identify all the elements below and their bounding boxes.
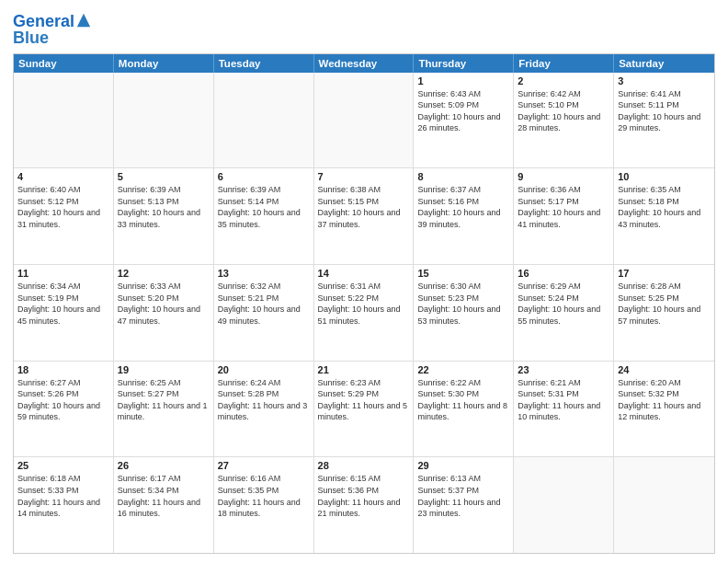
calendar-cell-3-5: 15Sunrise: 6:30 AM Sunset: 5:23 PM Dayli… xyxy=(414,265,514,361)
day-number: 3 xyxy=(618,75,711,86)
calendar-cell-1-6: 2Sunrise: 6:42 AM Sunset: 5:10 PM Daylig… xyxy=(514,73,614,168)
calendar-cell-4-7: 24Sunrise: 6:20 AM Sunset: 5:32 PM Dayli… xyxy=(614,362,714,457)
calendar-cell-2-3: 6Sunrise: 6:39 AM Sunset: 5:14 PM Daylig… xyxy=(214,168,314,264)
cell-info: Sunrise: 6:17 AM Sunset: 5:34 PM Dayligh… xyxy=(118,473,210,519)
day-number: 13 xyxy=(218,268,310,279)
day-number: 9 xyxy=(518,171,609,182)
day-number: 4 xyxy=(17,171,109,182)
cell-info: Sunrise: 6:32 AM Sunset: 5:21 PM Dayligh… xyxy=(218,281,310,327)
day-number: 29 xyxy=(417,460,509,471)
calendar-cell-5-2: 26Sunrise: 6:17 AM Sunset: 5:34 PM Dayli… xyxy=(114,457,214,553)
day-number: 22 xyxy=(417,364,509,375)
calendar-week-3: 11Sunrise: 6:34 AM Sunset: 5:19 PM Dayli… xyxy=(14,265,714,362)
calendar-header-wednesday: Wednesday xyxy=(314,54,415,73)
calendar-cell-5-7 xyxy=(614,457,714,553)
cell-info: Sunrise: 6:39 AM Sunset: 5:13 PM Dayligh… xyxy=(118,184,210,230)
cell-info: Sunrise: 6:29 AM Sunset: 5:24 PM Dayligh… xyxy=(518,281,609,327)
calendar-cell-4-2: 19Sunrise: 6:25 AM Sunset: 5:27 PM Dayli… xyxy=(114,362,214,457)
calendar-cell-3-6: 16Sunrise: 6:29 AM Sunset: 5:24 PM Dayli… xyxy=(514,265,614,361)
header: General Blue xyxy=(13,9,715,48)
day-number: 1 xyxy=(417,75,509,86)
day-number: 11 xyxy=(17,268,109,279)
cell-info: Sunrise: 6:21 AM Sunset: 5:31 PM Dayligh… xyxy=(518,377,609,423)
day-number: 5 xyxy=(118,171,210,182)
calendar-week-2: 4Sunrise: 6:40 AM Sunset: 5:12 PM Daylig… xyxy=(14,168,714,265)
calendar-cell-3-7: 17Sunrise: 6:28 AM Sunset: 5:25 PM Dayli… xyxy=(614,265,714,361)
calendar-cell-4-6: 23Sunrise: 6:21 AM Sunset: 5:31 PM Dayli… xyxy=(514,362,614,457)
logo: General Blue xyxy=(13,13,92,48)
calendar-cell-1-1 xyxy=(14,73,114,168)
calendar-cell-2-4: 7Sunrise: 6:38 AM Sunset: 5:15 PM Daylig… xyxy=(314,168,415,264)
calendar-cell-3-4: 14Sunrise: 6:31 AM Sunset: 5:22 PM Dayli… xyxy=(314,265,415,361)
day-number: 18 xyxy=(17,364,109,375)
calendar-cell-1-2 xyxy=(114,73,214,168)
cell-info: Sunrise: 6:24 AM Sunset: 5:28 PM Dayligh… xyxy=(218,377,310,423)
calendar-header-saturday: Saturday xyxy=(614,54,714,73)
calendar-cell-5-3: 27Sunrise: 6:16 AM Sunset: 5:35 PM Dayli… xyxy=(214,457,314,553)
cell-info: Sunrise: 6:42 AM Sunset: 5:10 PM Dayligh… xyxy=(518,88,609,134)
calendar-cell-2-1: 4Sunrise: 6:40 AM Sunset: 5:12 PM Daylig… xyxy=(14,168,114,264)
cell-info: Sunrise: 6:25 AM Sunset: 5:27 PM Dayligh… xyxy=(118,377,210,423)
calendar-body: 1Sunrise: 6:43 AM Sunset: 5:09 PM Daylig… xyxy=(14,73,714,553)
cell-info: Sunrise: 6:39 AM Sunset: 5:14 PM Dayligh… xyxy=(218,184,310,230)
calendar-cell-4-4: 21Sunrise: 6:23 AM Sunset: 5:29 PM Dayli… xyxy=(314,362,415,457)
cell-info: Sunrise: 6:34 AM Sunset: 5:19 PM Dayligh… xyxy=(17,281,109,327)
day-number: 26 xyxy=(118,460,210,471)
day-number: 23 xyxy=(518,364,609,375)
day-number: 14 xyxy=(318,268,410,279)
calendar: SundayMondayTuesdayWednesdayThursdayFrid… xyxy=(13,53,715,554)
page: General Blue SundayMondayTuesdayWednesda… xyxy=(0,0,728,563)
day-number: 10 xyxy=(618,171,711,182)
cell-info: Sunrise: 6:13 AM Sunset: 5:37 PM Dayligh… xyxy=(417,473,509,519)
calendar-cell-5-5: 29Sunrise: 6:13 AM Sunset: 5:37 PM Dayli… xyxy=(414,457,514,553)
calendar-header: SundayMondayTuesdayWednesdayThursdayFrid… xyxy=(14,54,714,73)
calendar-cell-3-1: 11Sunrise: 6:34 AM Sunset: 5:19 PM Dayli… xyxy=(14,265,114,361)
calendar-cell-5-6 xyxy=(514,457,614,553)
day-number: 7 xyxy=(318,171,410,182)
day-number: 16 xyxy=(518,268,609,279)
cell-info: Sunrise: 6:41 AM Sunset: 5:11 PM Dayligh… xyxy=(618,88,711,134)
day-number: 19 xyxy=(118,364,210,375)
cell-info: Sunrise: 6:38 AM Sunset: 5:15 PM Dayligh… xyxy=(318,184,410,230)
calendar-header-monday: Monday xyxy=(114,54,214,73)
calendar-cell-2-7: 10Sunrise: 6:35 AM Sunset: 5:18 PM Dayli… xyxy=(614,168,714,264)
svg-marker-0 xyxy=(77,14,90,27)
calendar-cell-1-4 xyxy=(314,73,415,168)
calendar-cell-4-5: 22Sunrise: 6:22 AM Sunset: 5:30 PM Dayli… xyxy=(414,362,514,457)
day-number: 12 xyxy=(118,268,210,279)
day-number: 27 xyxy=(218,460,310,471)
calendar-cell-1-7: 3Sunrise: 6:41 AM Sunset: 5:11 PM Daylig… xyxy=(614,73,714,168)
cell-info: Sunrise: 6:28 AM Sunset: 5:25 PM Dayligh… xyxy=(618,281,711,327)
cell-info: Sunrise: 6:35 AM Sunset: 5:18 PM Dayligh… xyxy=(618,184,711,230)
cell-info: Sunrise: 6:36 AM Sunset: 5:17 PM Dayligh… xyxy=(518,184,609,230)
cell-info: Sunrise: 6:33 AM Sunset: 5:20 PM Dayligh… xyxy=(118,281,210,327)
cell-info: Sunrise: 6:43 AM Sunset: 5:09 PM Dayligh… xyxy=(417,88,509,134)
day-number: 17 xyxy=(618,268,711,279)
calendar-cell-3-2: 12Sunrise: 6:33 AM Sunset: 5:20 PM Dayli… xyxy=(114,265,214,361)
logo-block: General Blue xyxy=(13,13,92,48)
cell-info: Sunrise: 6:31 AM Sunset: 5:22 PM Dayligh… xyxy=(318,281,410,327)
cell-info: Sunrise: 6:37 AM Sunset: 5:16 PM Dayligh… xyxy=(417,184,509,230)
cell-info: Sunrise: 6:22 AM Sunset: 5:30 PM Dayligh… xyxy=(417,377,509,423)
calendar-week-4: 18Sunrise: 6:27 AM Sunset: 5:26 PM Dayli… xyxy=(14,362,714,458)
calendar-header-friday: Friday xyxy=(514,54,614,73)
cell-info: Sunrise: 6:15 AM Sunset: 5:36 PM Dayligh… xyxy=(318,473,410,519)
day-number: 21 xyxy=(318,364,410,375)
calendar-cell-1-3 xyxy=(214,73,314,168)
cell-info: Sunrise: 6:18 AM Sunset: 5:33 PM Dayligh… xyxy=(17,473,109,519)
day-number: 6 xyxy=(218,171,310,182)
cell-info: Sunrise: 6:27 AM Sunset: 5:26 PM Dayligh… xyxy=(17,377,109,423)
day-number: 8 xyxy=(417,171,509,182)
calendar-cell-5-4: 28Sunrise: 6:15 AM Sunset: 5:36 PM Dayli… xyxy=(314,457,415,553)
calendar-week-5: 25Sunrise: 6:18 AM Sunset: 5:33 PM Dayli… xyxy=(14,457,714,553)
calendar-cell-3-3: 13Sunrise: 6:32 AM Sunset: 5:21 PM Dayli… xyxy=(214,265,314,361)
day-number: 24 xyxy=(618,364,711,375)
calendar-cell-5-1: 25Sunrise: 6:18 AM Sunset: 5:33 PM Dayli… xyxy=(14,457,114,553)
cell-info: Sunrise: 6:20 AM Sunset: 5:32 PM Dayligh… xyxy=(618,377,711,423)
calendar-header-thursday: Thursday xyxy=(414,54,514,73)
day-number: 2 xyxy=(518,75,609,86)
day-number: 25 xyxy=(17,460,109,471)
calendar-cell-4-3: 20Sunrise: 6:24 AM Sunset: 5:28 PM Dayli… xyxy=(214,362,314,457)
cell-info: Sunrise: 6:30 AM Sunset: 5:23 PM Dayligh… xyxy=(417,281,509,327)
logo-icon xyxy=(75,12,92,29)
